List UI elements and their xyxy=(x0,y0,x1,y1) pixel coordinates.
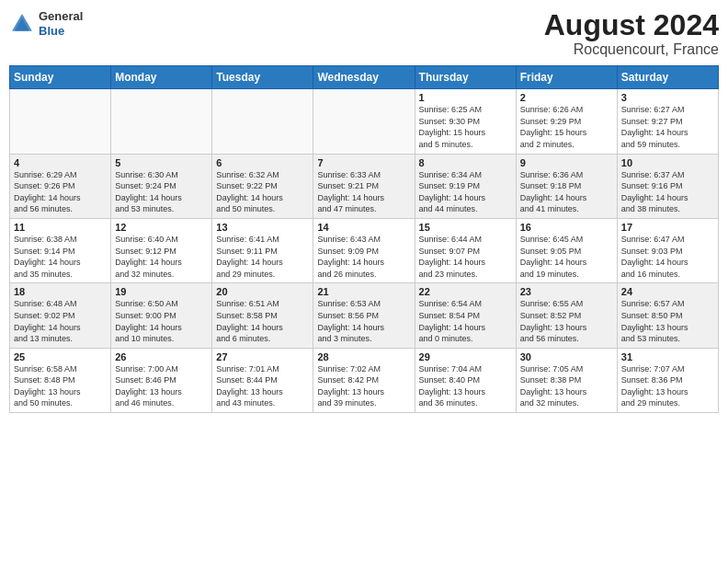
calendar-day-cell: 6Sunrise: 6:32 AM Sunset: 9:22 PM Daylig… xyxy=(212,154,313,218)
calendar-day-cell: 7Sunrise: 6:33 AM Sunset: 9:21 PM Daylig… xyxy=(313,154,415,218)
day-info: Sunrise: 6:45 AM Sunset: 9:05 PM Dayligh… xyxy=(520,234,613,280)
day-number: 4 xyxy=(14,157,107,168)
day-of-week-header: Saturday xyxy=(617,66,718,89)
day-number: 11 xyxy=(14,222,107,233)
day-of-week-header: Monday xyxy=(111,66,212,89)
day-number: 13 xyxy=(216,222,309,233)
calendar-day-cell: 14Sunrise: 6:43 AM Sunset: 9:09 PM Dayli… xyxy=(313,218,415,282)
day-info: Sunrise: 6:25 AM Sunset: 9:30 PM Dayligh… xyxy=(419,104,512,150)
calendar-day-cell: 11Sunrise: 6:38 AM Sunset: 9:14 PM Dayli… xyxy=(10,218,111,282)
calendar-day-cell: 19Sunrise: 6:50 AM Sunset: 9:00 PM Dayli… xyxy=(111,283,212,348)
day-number: 8 xyxy=(419,157,512,168)
day-of-week-header: Thursday xyxy=(415,66,516,89)
day-info: Sunrise: 7:01 AM Sunset: 8:44 PM Dayligh… xyxy=(216,363,309,409)
calendar-week-row: 18Sunrise: 6:48 AM Sunset: 9:02 PM Dayli… xyxy=(10,283,719,348)
day-number: 5 xyxy=(115,157,208,168)
calendar-week-row: 4Sunrise: 6:29 AM Sunset: 9:26 PM Daylig… xyxy=(10,154,719,218)
day-number: 29 xyxy=(419,351,512,362)
day-number: 16 xyxy=(520,222,613,233)
calendar-day-cell: 27Sunrise: 7:01 AM Sunset: 8:44 PM Dayli… xyxy=(212,348,313,412)
day-info: Sunrise: 6:48 AM Sunset: 9:02 PM Dayligh… xyxy=(14,298,107,344)
day-number: 15 xyxy=(419,222,512,233)
day-info: Sunrise: 7:02 AM Sunset: 8:42 PM Dayligh… xyxy=(317,363,410,409)
calendar-day-cell: 20Sunrise: 6:51 AM Sunset: 8:58 PM Dayli… xyxy=(212,283,313,348)
logo-general: General xyxy=(39,9,83,24)
calendar-day-cell: 8Sunrise: 6:34 AM Sunset: 9:19 PM Daylig… xyxy=(415,154,516,218)
calendar-day-cell: 26Sunrise: 7:00 AM Sunset: 8:46 PM Dayli… xyxy=(111,348,212,412)
day-number: 23 xyxy=(520,286,613,297)
day-number: 25 xyxy=(14,351,107,362)
day-info: Sunrise: 6:53 AM Sunset: 8:56 PM Dayligh… xyxy=(317,298,410,344)
day-info: Sunrise: 6:58 AM Sunset: 8:48 PM Dayligh… xyxy=(14,363,107,409)
location: Rocquencourt, France xyxy=(544,41,719,58)
day-number: 30 xyxy=(520,351,613,362)
day-number: 14 xyxy=(317,222,410,233)
day-number: 20 xyxy=(216,286,309,297)
day-info: Sunrise: 6:37 AM Sunset: 9:16 PM Dayligh… xyxy=(621,169,714,215)
calendar-day-cell: 30Sunrise: 7:05 AM Sunset: 8:38 PM Dayli… xyxy=(516,348,617,412)
logo-icon xyxy=(9,11,35,37)
day-info: Sunrise: 6:50 AM Sunset: 9:00 PM Dayligh… xyxy=(115,298,208,344)
calendar-day-cell: 28Sunrise: 7:02 AM Sunset: 8:42 PM Dayli… xyxy=(313,348,415,412)
calendar-day-cell: 23Sunrise: 6:55 AM Sunset: 8:52 PM Dayli… xyxy=(516,283,617,348)
day-info: Sunrise: 6:40 AM Sunset: 9:12 PM Dayligh… xyxy=(115,234,208,280)
day-info: Sunrise: 7:07 AM Sunset: 8:36 PM Dayligh… xyxy=(621,363,714,409)
day-info: Sunrise: 7:04 AM Sunset: 8:40 PM Dayligh… xyxy=(419,363,512,409)
calendar-week-row: 11Sunrise: 6:38 AM Sunset: 9:14 PM Dayli… xyxy=(10,218,719,282)
day-info: Sunrise: 6:43 AM Sunset: 9:09 PM Dayligh… xyxy=(317,234,410,280)
day-of-week-header: Tuesday xyxy=(212,66,313,89)
day-info: Sunrise: 6:55 AM Sunset: 8:52 PM Dayligh… xyxy=(520,298,613,344)
day-number: 24 xyxy=(621,286,714,297)
day-number: 17 xyxy=(621,222,714,233)
day-info: Sunrise: 6:54 AM Sunset: 8:54 PM Dayligh… xyxy=(419,298,512,344)
day-number: 9 xyxy=(520,157,613,168)
day-number: 2 xyxy=(520,92,613,103)
day-number: 26 xyxy=(115,351,208,362)
calendar-day-cell: 18Sunrise: 6:48 AM Sunset: 9:02 PM Dayli… xyxy=(10,283,111,348)
page-header: General Blue August 2024 Rocquencourt, F… xyxy=(9,9,719,58)
day-number: 18 xyxy=(14,286,107,297)
calendar-day-cell: 4Sunrise: 6:29 AM Sunset: 9:26 PM Daylig… xyxy=(10,154,111,218)
day-number: 31 xyxy=(621,351,714,362)
calendar-day-cell: 29Sunrise: 7:04 AM Sunset: 8:40 PM Dayli… xyxy=(415,348,516,412)
day-number: 6 xyxy=(216,157,309,168)
calendar-week-row: 1Sunrise: 6:25 AM Sunset: 9:30 PM Daylig… xyxy=(10,89,719,154)
month-year: August 2024 xyxy=(544,9,719,41)
calendar-day-cell: 3Sunrise: 6:27 AM Sunset: 9:27 PM Daylig… xyxy=(617,89,718,154)
day-number: 10 xyxy=(621,157,714,168)
calendar-day-cell xyxy=(313,89,415,154)
day-info: Sunrise: 6:44 AM Sunset: 9:07 PM Dayligh… xyxy=(419,234,512,280)
calendar-day-cell: 15Sunrise: 6:44 AM Sunset: 9:07 PM Dayli… xyxy=(415,218,516,282)
calendar-day-cell: 22Sunrise: 6:54 AM Sunset: 8:54 PM Dayli… xyxy=(415,283,516,348)
day-number: 12 xyxy=(115,222,208,233)
calendar-day-cell: 17Sunrise: 6:47 AM Sunset: 9:03 PM Dayli… xyxy=(617,218,718,282)
calendar-day-cell: 21Sunrise: 6:53 AM Sunset: 8:56 PM Dayli… xyxy=(313,283,415,348)
day-info: Sunrise: 7:00 AM Sunset: 8:46 PM Dayligh… xyxy=(115,363,208,409)
day-number: 7 xyxy=(317,157,410,168)
day-info: Sunrise: 7:05 AM Sunset: 8:38 PM Dayligh… xyxy=(520,363,613,409)
day-info: Sunrise: 6:29 AM Sunset: 9:26 PM Dayligh… xyxy=(14,169,107,215)
logo: General Blue xyxy=(9,9,83,38)
logo-text: General Blue xyxy=(39,9,83,38)
calendar-table: SundayMondayTuesdayWednesdayThursdayFrid… xyxy=(9,65,719,413)
day-number: 21 xyxy=(317,286,410,297)
day-info: Sunrise: 6:32 AM Sunset: 9:22 PM Dayligh… xyxy=(216,169,309,215)
day-number: 3 xyxy=(621,92,714,103)
day-of-week-header: Friday xyxy=(516,66,617,89)
calendar-day-cell: 13Sunrise: 6:41 AM Sunset: 9:11 PM Dayli… xyxy=(212,218,313,282)
day-number: 22 xyxy=(419,286,512,297)
calendar-week-row: 25Sunrise: 6:58 AM Sunset: 8:48 PM Dayli… xyxy=(10,348,719,412)
day-of-week-header: Sunday xyxy=(10,66,111,89)
calendar-day-cell: 25Sunrise: 6:58 AM Sunset: 8:48 PM Dayli… xyxy=(10,348,111,412)
calendar-day-cell xyxy=(10,89,111,154)
calendar-day-cell xyxy=(111,89,212,154)
calendar-day-cell: 2Sunrise: 6:26 AM Sunset: 9:29 PM Daylig… xyxy=(516,89,617,154)
day-info: Sunrise: 6:26 AM Sunset: 9:29 PM Dayligh… xyxy=(520,104,613,150)
calendar-day-cell: 9Sunrise: 6:36 AM Sunset: 9:18 PM Daylig… xyxy=(516,154,617,218)
day-number: 27 xyxy=(216,351,309,362)
calendar-day-cell: 16Sunrise: 6:45 AM Sunset: 9:05 PM Dayli… xyxy=(516,218,617,282)
day-info: Sunrise: 6:30 AM Sunset: 9:24 PM Dayligh… xyxy=(115,169,208,215)
day-info: Sunrise: 6:36 AM Sunset: 9:18 PM Dayligh… xyxy=(520,169,613,215)
day-of-week-header: Wednesday xyxy=(313,66,415,89)
calendar-day-cell: 31Sunrise: 7:07 AM Sunset: 8:36 PM Dayli… xyxy=(617,348,718,412)
